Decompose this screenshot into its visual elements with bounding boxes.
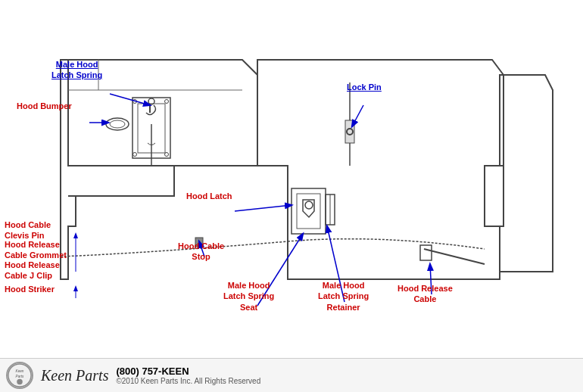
logo-text: Keen Parts xyxy=(41,367,108,384)
label-hood-cable-stop: Hood CableStop xyxy=(178,241,224,263)
label-male-hood-latch-spring: Male Hood Latch Spring xyxy=(51,59,102,81)
svg-point-7 xyxy=(165,100,169,104)
label-hood-striker: Hood Striker xyxy=(5,284,55,294)
svg-text:Keen: Keen xyxy=(16,369,24,373)
label-hood-latch: Hood Latch xyxy=(186,191,232,201)
svg-point-22 xyxy=(110,120,125,128)
label-hood-release-cable-grommet: Hood ReleaseCable Grommet xyxy=(5,239,67,261)
label-hood-release-cable: Hood ReleaseCable xyxy=(398,283,453,305)
footer-phone: (800) 757-KEEN xyxy=(116,366,260,377)
svg-line-26 xyxy=(235,205,292,211)
svg-point-9 xyxy=(165,153,169,157)
svg-rect-11 xyxy=(297,194,320,229)
svg-point-12 xyxy=(305,201,313,209)
svg-point-8 xyxy=(133,153,137,157)
label-hood-cable-clevis-pin: Hood CableClevis Pin xyxy=(5,219,51,241)
footer: Keen Parts Keen Parts (800) 757-KEEN ©20… xyxy=(0,358,583,392)
label-hood-release-cable-j-clip: Hood ReleaseCable J Clip xyxy=(5,260,60,282)
label-male-hood-latch-spring-seat: Male HoodLatch SpringSeat xyxy=(223,280,274,313)
svg-text:Parts: Parts xyxy=(16,375,25,378)
logo-circle: Keen Parts xyxy=(6,362,33,389)
footer-copyright: ©2010 Keen Parts Inc. All Rights Reserve… xyxy=(116,377,260,385)
svg-rect-19 xyxy=(420,245,432,260)
label-hood-bumper: Hood Bumper xyxy=(17,101,72,111)
svg-line-23 xyxy=(110,94,150,105)
svg-point-36 xyxy=(17,379,23,385)
label-lock-pin: Lock Pin xyxy=(347,82,382,92)
svg-line-25 xyxy=(352,105,363,126)
label-male-hood-latch-spring-retainer: Male HoodLatch SpringRetainer xyxy=(318,280,369,313)
diagram-container: Male Hood Latch Spring Hood Bumper Lock … xyxy=(0,0,583,392)
